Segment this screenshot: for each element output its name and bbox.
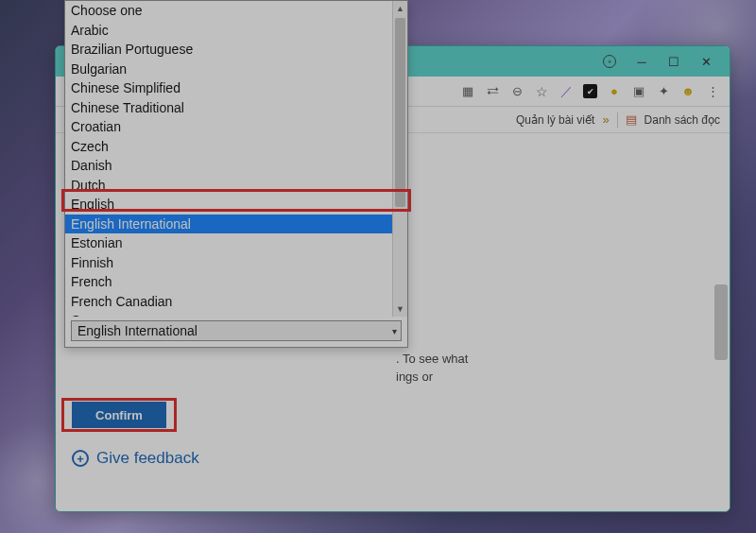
cast-icon[interactable]: ▣ [631, 84, 646, 99]
page-text-fragment: . To see what ings or [396, 351, 468, 387]
language-select[interactable]: English International ▾ [71, 320, 402, 341]
language-option[interactable]: French [65, 272, 407, 292]
confirm-button[interactable]: Confirm [72, 402, 166, 428]
dropdown-scrollbar[interactable]: ▲ ▼ [392, 1, 407, 317]
reading-list-icon: ▤ [626, 112, 637, 127]
newtab-icon[interactable]: + [603, 55, 616, 68]
reading-list-link[interactable]: Danh sách đọc [644, 113, 720, 127]
window-controls: ─ ☐ ✕ [626, 48, 722, 75]
maximize-button[interactable]: ☐ [658, 48, 690, 75]
chevron-down-icon: ▾ [392, 326, 397, 336]
language-option[interactable]: Danish [65, 156, 407, 176]
give-feedback-link[interactable]: + Give feedback [72, 449, 199, 468]
zoom-icon[interactable]: ⊖ [509, 84, 524, 99]
language-dropdown: Choose oneArabicBrazilian PortugueseBulg… [64, 0, 408, 348]
language-option[interactable]: German [65, 311, 407, 317]
page-scrollbar-thumb[interactable] [714, 284, 728, 360]
qr-icon[interactable]: ▦ [460, 84, 475, 99]
language-option[interactable]: Chinese Simplified [65, 78, 407, 98]
language-list[interactable]: Choose oneArabicBrazilian PortugueseBulg… [65, 1, 407, 317]
favorite-icon[interactable]: ☆ [534, 84, 549, 99]
action-area: Confirm + Give feedback [72, 402, 199, 468]
wand-icon[interactable]: ／ [558, 84, 574, 99]
language-select-value: English International [77, 323, 198, 338]
language-option[interactable]: Dutch [65, 176, 407, 196]
language-option[interactable]: Finnish [65, 253, 407, 273]
scroll-down-icon[interactable]: ▼ [393, 301, 407, 317]
language-option[interactable]: English International [65, 215, 407, 234]
divider [617, 112, 618, 128]
scroll-up-icon[interactable]: ▲ [393, 1, 407, 16]
language-option[interactable]: Choose one [65, 1, 407, 21]
profile-icon[interactable]: ☻ [680, 84, 696, 99]
menu-icon[interactable]: ⋮ [705, 84, 720, 99]
language-option[interactable]: English [65, 195, 407, 215]
language-option[interactable]: Croatian [65, 117, 407, 137]
ext1-icon[interactable]: ● [607, 84, 622, 99]
dropdown-scrollbar-thumb[interactable] [395, 18, 405, 207]
language-option[interactable]: Brazilian Portuguese [65, 40, 407, 60]
language-option[interactable]: Estonian [65, 233, 407, 253]
bookmark-manage-articles[interactable]: Quản lý bài viết [516, 113, 594, 127]
adblock-icon[interactable]: ✔ [583, 84, 597, 98]
close-button[interactable]: ✕ [690, 48, 722, 75]
translate-icon[interactable]: ⮂ [485, 84, 500, 99]
extensions-icon[interactable]: ✦ [656, 84, 671, 99]
plus-circle-icon: + [72, 450, 89, 467]
language-option[interactable]: French Canadian [65, 292, 407, 312]
minimize-button[interactable]: ─ [626, 48, 658, 75]
language-option[interactable]: Arabic [65, 21, 407, 41]
bookmarks-overflow-icon[interactable]: » [602, 112, 609, 127]
language-option[interactable]: Bulgarian [65, 60, 407, 79]
language-option[interactable]: Chinese Traditional [65, 98, 407, 118]
language-option[interactable]: Czech [65, 137, 407, 157]
give-feedback-label: Give feedback [96, 449, 199, 468]
